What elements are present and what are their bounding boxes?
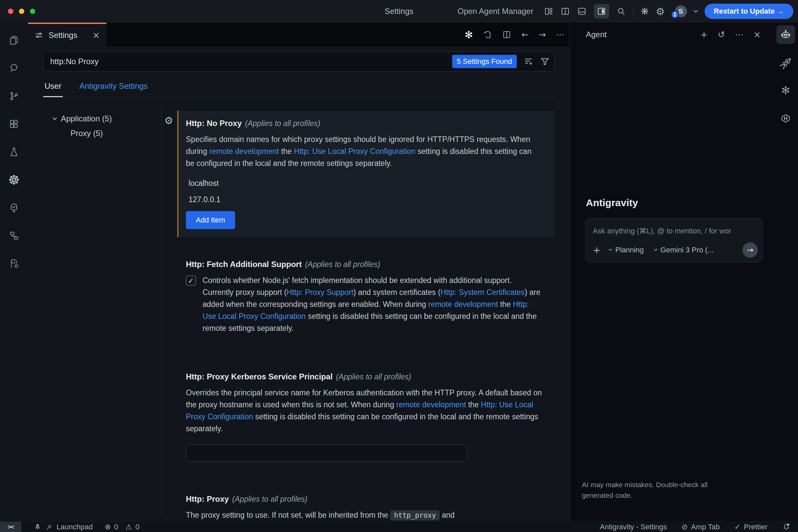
search-icon[interactable] [5, 59, 23, 77]
setting-title: Http: Proxy(Applies to all profiles) [186, 494, 546, 504]
setting-title: Http: Proxy Kerberos Service Principal(A… [186, 372, 546, 381]
settings-gear-icon[interactable]: ⚙ [656, 6, 665, 17]
assistant-swirl-icon[interactable]: ❋ [641, 6, 648, 17]
results-count-badge: 5 Settings Found [452, 55, 517, 68]
minimize-window-button[interactable] [19, 8, 24, 14]
blocked-icon: ⊘ [682, 523, 688, 531]
setting-http-fetch-additional-support: Http: Fetch Additional Support(Applies t… [177, 252, 555, 342]
problems-status-item[interactable]: ⊗ 0 ⚠ 0 [105, 523, 140, 531]
search-icon[interactable] [616, 7, 626, 16]
setting-scope: (Applies to all profiles) [305, 260, 380, 269]
titlebar-separator [633, 7, 633, 16]
send-button[interactable]: → [742, 242, 758, 258]
open-preview-icon[interactable] [483, 30, 492, 39]
agent-input-card[interactable]: Ask anything (⌘L), @ to mention, / for w… [585, 218, 763, 263]
link-remote-development[interactable]: remote development [396, 400, 466, 409]
close-panel-icon[interactable]: × [754, 30, 761, 40]
link-remote-development[interactable]: remote development [209, 147, 279, 156]
account-badge: 1 [671, 11, 679, 19]
ai-disclaimer: AI may make mistakes. Double-check all g… [582, 479, 730, 501]
more-actions-icon[interactable]: ⋯ [556, 30, 565, 40]
source-control-icon[interactable] [5, 87, 23, 105]
setting-scope: (Applies to all profiles) [336, 373, 411, 381]
workspace-status-item[interactable]: Antigravity - Settings [600, 523, 667, 531]
model-dropdown[interactable]: Gemini 3 Pro (... [654, 246, 714, 254]
settings-list: ⚙ Http: No Proxy(Applies to all profiles… [162, 97, 569, 516]
fetch-additional-support-checkbox[interactable]: ✓ [186, 276, 196, 286]
history-icon[interactable]: ↺ [718, 30, 725, 40]
link-use-local-proxy-configuration[interactable]: Http: Use Local Proxy Configuration [294, 147, 416, 156]
hexagon-h-icon[interactable] [776, 109, 795, 128]
customize-layout-icon[interactable] [544, 7, 553, 16]
chevron-down-icon [53, 116, 57, 120]
code-settings-file-icon[interactable] [5, 255, 23, 273]
no-proxy-list: localhost 127.0.0.1 [186, 175, 546, 208]
maximize-window-button[interactable] [30, 8, 35, 14]
antigravity-brand-title: Antigravity [586, 197, 638, 208]
agent-robot-icon[interactable] [776, 25, 795, 44]
errors-icon: ⊗ [105, 523, 111, 531]
mode-dropdown[interactable]: Planning [609, 246, 644, 254]
tab-user-settings[interactable]: User [43, 79, 63, 97]
toggle-secondary-sidebar-icon[interactable] [594, 4, 609, 19]
toc-item-proxy[interactable]: Proxy (5) [28, 126, 161, 141]
setting-description: Specifies domain names for which proxy s… [186, 133, 532, 169]
agent-panel-header: Agent + ↺ ⋯ × [570, 23, 774, 46]
new-conversation-icon[interactable]: + [701, 30, 708, 40]
tab-close-icon[interactable]: × [92, 30, 100, 40]
amp-triple-chevron-icon[interactable]: ⋙ [776, 53, 795, 72]
chevron-down-icon[interactable] [694, 10, 697, 13]
close-window-button[interactable] [8, 8, 13, 14]
warnings-icon: ⚠ [126, 523, 132, 531]
chevron-down-icon [654, 247, 657, 251]
flow-diagram-icon[interactable] [5, 227, 23, 245]
setting-description: The proxy setting to use. If not set, wi… [186, 509, 502, 521]
toggle-panel-icon[interactable] [577, 7, 587, 16]
agent-panel: Agent + ↺ ⋯ × Antigravity Ask anything (… [569, 23, 798, 521]
settings-toc: Application (5) Proxy (5) [28, 97, 161, 516]
kerberos-service-principal-input[interactable] [186, 444, 467, 462]
list-item[interactable]: 127.0.0.1 [186, 191, 546, 208]
split-columns-icon[interactable] [560, 7, 570, 16]
openai-icon[interactable]: ✻ [776, 81, 795, 100]
add-item-button[interactable]: Add Item [186, 211, 235, 229]
navigate-back-icon[interactable]: ← [521, 30, 529, 40]
link-http-system-certificates[interactable]: Http: System Certificates [440, 288, 525, 297]
kubernetes-icon[interactable]: ☸ [5, 171, 23, 189]
link-remote-development[interactable]: remote development [428, 300, 498, 308]
navigate-forward-icon[interactable]: → [539, 30, 546, 40]
launchpad-status-item[interactable]: Launchpad [33, 523, 93, 531]
extensions-icon[interactable] [5, 115, 23, 133]
setting-description: Controls whether Node.js' fetch implemen… [203, 274, 542, 334]
split-editor-icon[interactable] [502, 30, 511, 39]
clear-search-results-icon[interactable] [524, 57, 533, 66]
open-agent-manager-button[interactable]: Open Agent Manager [457, 7, 533, 16]
attach-plus-icon[interactable]: + [593, 245, 601, 256]
setting-gear-icon[interactable]: ⚙ [164, 115, 173, 126]
editor-group: Settings × ✻ ← → ⋯ 5 Set [28, 23, 569, 521]
activity-bar: ☸ [0, 23, 28, 521]
account-avatar[interactable]: S 1 [672, 5, 687, 18]
tree-check-icon[interactable] [5, 199, 23, 217]
tab-antigravity-settings[interactable]: Antigravity Settings [78, 79, 149, 97]
testing-beaker-icon[interactable] [5, 143, 23, 161]
remote-indicator[interactable]: >< [0, 522, 21, 532]
explorer-icon[interactable] [5, 31, 23, 49]
agent-input-placeholder[interactable]: Ask anything (⌘L), @ to mention, / for w… [593, 227, 731, 235]
restart-to-update-button[interactable]: Restart to Update → [705, 4, 793, 19]
setting-description: Overrides the principal service name for… [186, 387, 546, 435]
prettier-status-item[interactable]: ✓ Prettier [735, 523, 767, 531]
link-http-proxy-support[interactable]: Http: Proxy Support [287, 288, 354, 297]
tab-settings[interactable]: Settings × [28, 23, 107, 46]
list-item[interactable]: localhost [186, 175, 546, 191]
notifications-bell-icon[interactable] [782, 523, 791, 531]
settings-editor: 5 Settings Found User Antigravity Settin… [28, 46, 569, 521]
setting-http-proxy: Http: Proxy(Applies to all profiles) The… [177, 487, 555, 521]
setting-scope: (Applies to all profiles) [245, 119, 320, 128]
filter-icon[interactable] [540, 57, 550, 66]
openai-icon[interactable]: ✻ [464, 29, 473, 41]
amp-tab-status-item[interactable]: ⊘ Amp Tab [682, 523, 720, 531]
toc-item-application[interactable]: Application (5) [28, 111, 161, 126]
more-actions-icon[interactable]: ⋯ [735, 30, 743, 40]
agent-rail: ⋙ ✻ [773, 23, 798, 521]
